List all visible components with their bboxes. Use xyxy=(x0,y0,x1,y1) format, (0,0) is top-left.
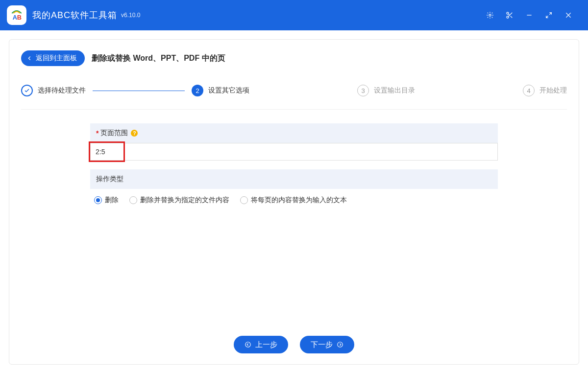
svg-point-2 xyxy=(489,14,491,16)
back-button[interactable]: 返回到主面板 xyxy=(21,50,85,66)
radio-option-delete[interactable]: 删除 xyxy=(94,196,119,205)
svg-point-4 xyxy=(507,16,509,18)
chevron-left-circle-icon xyxy=(245,341,251,348)
titlebar: A B 我的ABC软件工具箱 v6.10.0 xyxy=(0,0,588,30)
radio-icon xyxy=(94,196,102,204)
steps-bar: 选择待处理文件 2 设置其它选项 3 设置输出目录 4 开始处理 xyxy=(21,85,567,110)
step-4: 4 开始处理 xyxy=(523,85,567,96)
operation-type-header: 操作类型 xyxy=(90,169,498,189)
radio-option-replace-file[interactable]: 删除并替换为指定的文件内容 xyxy=(129,196,229,205)
radio-label: 将每页的内容替换为输入的文本 xyxy=(251,196,347,205)
radio-label: 删除 xyxy=(105,196,119,205)
form-area: * 页面范围 ? 操作类型 删除 删除并替换为指定的文件内容 将每页的内容替换为… xyxy=(90,123,498,211)
app-title: 我的ABC软件工具箱 xyxy=(32,9,117,21)
radio-icon xyxy=(129,196,137,204)
check-icon xyxy=(21,85,33,96)
step-4-label: 开始处理 xyxy=(539,86,567,95)
page-title: 删除或替换 Word、PPT、PDF 中的页 xyxy=(92,53,225,64)
operation-type-label: 操作类型 xyxy=(96,175,123,184)
svg-point-9 xyxy=(338,342,343,348)
prev-button[interactable]: 上一步 xyxy=(234,336,288,353)
app-version: v6.10.0 xyxy=(121,12,140,19)
chevron-left-icon xyxy=(26,55,33,62)
radio-icon xyxy=(240,196,248,204)
chevron-right-circle-icon xyxy=(337,341,343,348)
step-2-number: 2 xyxy=(192,85,203,96)
page-range-input[interactable] xyxy=(90,143,498,161)
maximize-icon[interactable] xyxy=(539,5,559,25)
scissors-icon[interactable] xyxy=(500,5,519,25)
close-icon[interactable] xyxy=(559,5,578,25)
step-3-number: 3 xyxy=(357,85,369,96)
prev-button-label: 上一步 xyxy=(255,340,277,349)
page-range-label: 页面范围 xyxy=(100,129,128,138)
step-1-label: 选择待处理文件 xyxy=(38,86,86,95)
svg-point-8 xyxy=(245,342,251,348)
svg-text:B: B xyxy=(17,14,22,21)
step-2-label: 设置其它选项 xyxy=(208,86,249,95)
settings-icon[interactable] xyxy=(480,5,500,25)
svg-point-3 xyxy=(507,12,509,14)
next-button-label: 下一步 xyxy=(311,340,333,349)
step-2: 2 设置其它选项 xyxy=(192,85,249,96)
back-button-label: 返回到主面板 xyxy=(36,54,77,63)
footer-nav: 上一步 下一步 xyxy=(9,336,579,353)
step-4-number: 4 xyxy=(523,85,535,96)
radio-option-replace-text[interactable]: 将每页的内容替换为输入的文本 xyxy=(240,196,347,205)
minimize-icon[interactable] xyxy=(519,5,539,25)
help-icon[interactable]: ? xyxy=(131,130,138,137)
app-logo: A B xyxy=(7,5,26,25)
header-row: 返回到主面板 删除或替换 Word、PPT、PDF 中的页 xyxy=(21,50,567,66)
svg-text:A: A xyxy=(13,14,17,21)
step-3-label: 设置输出目录 xyxy=(374,86,415,95)
step-connector xyxy=(93,91,185,91)
step-1: 选择待处理文件 xyxy=(21,85,86,96)
next-button[interactable]: 下一步 xyxy=(300,336,354,353)
page-range-input-wrap xyxy=(90,143,498,161)
required-mark: * xyxy=(96,129,98,137)
step-3: 3 设置输出目录 xyxy=(357,85,415,96)
page-range-header: * 页面范围 ? xyxy=(90,123,498,143)
operation-type-options: 删除 删除并替换为指定的文件内容 将每页的内容替换为输入的文本 xyxy=(90,189,498,211)
radio-label: 删除并替换为指定的文件内容 xyxy=(140,196,229,205)
main-panel: 返回到主面板 删除或替换 Word、PPT、PDF 中的页 选择待处理文件 2 … xyxy=(9,39,579,365)
